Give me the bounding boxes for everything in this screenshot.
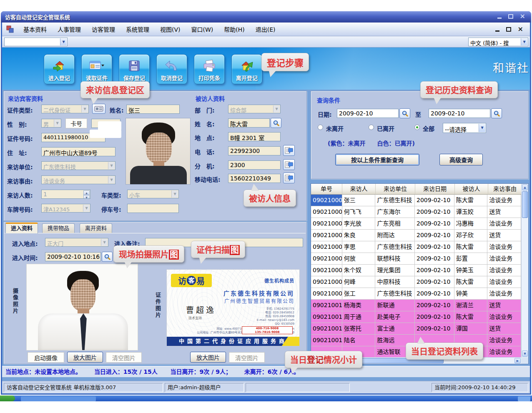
toolbar-button-3[interactable]: 取消登记: [156, 54, 187, 84]
start-button[interactable]: [0, 395, 15, 401]
table-row[interactable]: 090210006何放联想科技2009-02-10彭置洽谈业务: [311, 253, 521, 265]
date-from-picker-button[interactable]: [399, 108, 410, 118]
search-person-button[interactable]: [271, 118, 281, 128]
zoom-id-button[interactable]: 放大图片: [190, 352, 226, 363]
tab-carried-items[interactable]: 携带物品: [42, 223, 75, 233]
column-header[interactable]: 来访人: [342, 184, 376, 195]
table-row[interactable]: 090210008何峰中原科技2009-02-10陈大雷洽谈业务: [311, 276, 521, 288]
phone-field[interactable]: 22992300: [228, 146, 281, 155]
entry-location-combo[interactable]: 正大门 ▼: [45, 238, 108, 247]
address-field[interactable]: 广州市中山大道89号: [41, 147, 115, 156]
table-row[interactable]: 090210003李光放广东亮相2009-02-10冯惠梅洽谈业务: [311, 218, 521, 230]
card-reader-button[interactable]: [92, 104, 105, 114]
advanced-query-button[interactable]: 高级查询: [439, 154, 483, 165]
column-header[interactable]: 来访单位: [376, 184, 415, 195]
stepper-arrows[interactable]: ▲▼: [83, 190, 90, 198]
banner-text: 和谐社: [493, 59, 529, 75]
plate-combo[interactable]: 津A12345 ▼: [41, 204, 90, 213]
scroll-down-icon[interactable]: ▼: [522, 350, 528, 357]
date-from-field[interactable]: 2009-02-10: [337, 109, 399, 118]
mdi-restore-icon[interactable]: [506, 27, 511, 32]
restore-icon[interactable]: [508, 14, 513, 19]
table-row[interactable]: 090210004朱良附而达2009-02-10邓子欣送货: [311, 230, 521, 241]
table-row[interactable]: 090210005李思广东德生科技2009-02-10陈大雷洽谈业务: [311, 241, 521, 253]
gender-combo[interactable]: 男 ▼: [41, 119, 61, 128]
table-row[interactable]: 090210011周于通赴美电子2009-02-10陈大雷洽谈业务: [311, 311, 521, 323]
company-combo[interactable]: 广东德生科技 ▼: [41, 161, 115, 170]
taskbar-task-button[interactable]: [21, 396, 96, 401]
table-row[interactable]: 090210009张工广东德生科技2009-02-10钟美洽谈业务: [311, 288, 521, 300]
table-row[interactable]: 090210012张寄托富士通2009-02-10谭国送货: [311, 323, 521, 335]
column-header[interactable]: 来访日期: [415, 184, 455, 195]
requery-button[interactable]: 按以上条件重新查询: [335, 154, 419, 165]
column-header[interactable]: 被访人: [455, 184, 488, 195]
radio-not-left[interactable]: [318, 125, 323, 130]
chevron-down-icon[interactable]: ▼: [479, 124, 485, 132]
notify-phone-button[interactable]: [283, 145, 295, 156]
entry-time-field[interactable]: 2009-02-10 10:16: [45, 252, 101, 261]
menu-item-2[interactable]: 访客管理: [86, 25, 120, 33]
table-row[interactable]: 090210001张三广东德生科技2009-02-10陈大雷洽谈业务: [311, 195, 521, 206]
vehicle-type-combo[interactable]: 小车 ▼: [127, 190, 179, 198]
dept-combo[interactable]: 综合部 ▼: [228, 105, 281, 113]
date-to-picker-button[interactable]: [491, 108, 502, 118]
tab-leave-info[interactable]: 离开资料: [80, 223, 112, 233]
menu-items: 基本资料人事管理访客管理系统管理视图(V)窗口(W)帮助(H)退出(E): [18, 25, 281, 33]
toolbar-buttons: 进入登记读取证件保存登记取消登记打印凭条离开登记: [44, 54, 262, 84]
menu-item-5[interactable]: 窗口(W): [186, 25, 219, 33]
reason-filter-combo[interactable]: --请选择 ▼: [443, 123, 486, 133]
toolbar-button-5[interactable]: 离开登记: [231, 54, 262, 84]
toolbar-button-1[interactable]: 读取证件: [81, 54, 112, 84]
mdi-minimize-icon[interactable]: [495, 30, 499, 32]
scroll-up-icon[interactable]: ▲: [522, 184, 528, 190]
menu-item-7[interactable]: 退出(E): [250, 25, 281, 33]
entry-time-picker-button[interactable]: [102, 252, 113, 262]
table-row[interactable]: 090210007朱个奴理光集团2009-02-10钟美玉洽谈业务: [311, 265, 521, 276]
quick-select-combo[interactable]: ▼: [4, 38, 68, 46]
table-row[interactable]: 090210010杨海类新联通2009-02-10谢清兰送货: [311, 300, 521, 311]
clear-photo-button[interactable]: 清空图片: [106, 352, 142, 363]
menu-item-0[interactable]: 基本资料: [18, 25, 52, 33]
zoom-photo-button[interactable]: 放大图片: [67, 352, 103, 363]
vertical-scrollbar[interactable]: ▲ ▼: [521, 184, 528, 357]
column-header[interactable]: 来访事由: [488, 184, 522, 195]
notify-mobile-button[interactable]: [283, 173, 295, 183]
minimize-icon[interactable]: [497, 18, 502, 19]
close-icon[interactable]: ×: [520, 13, 525, 19]
scroll-right-icon[interactable]: ▶: [514, 358, 521, 363]
menu-item-4[interactable]: 视图(V): [155, 25, 186, 33]
chevron-down-icon[interactable]: ▼: [521, 38, 527, 45]
toolbar-button-2[interactable]: 保存登记: [119, 54, 150, 84]
table-cell: 2009-02-10: [415, 241, 454, 253]
ext-field[interactable]: 2300: [228, 160, 281, 170]
visitor-name-field[interactable]: 张三: [126, 105, 180, 114]
date-to-field[interactable]: 2009-02-10: [429, 109, 490, 118]
mdi-close-icon[interactable]: ×: [518, 26, 523, 32]
parking-field[interactable]: [127, 204, 179, 213]
notify-ext-button[interactable]: [283, 159, 295, 170]
toolbar-button-0[interactable]: 进入登记: [44, 54, 75, 84]
mobile-field[interactable]: 15602210349: [228, 174, 281, 183]
tab-entry-info[interactable]: 进入资料: [5, 223, 38, 233]
language-combo[interactable]: 中文 (简体) - 搜 ▼: [468, 38, 528, 46]
table-row[interactable]: 090210002何飞飞广东海尔2009-02-10谭玉姣送货: [311, 206, 521, 218]
id-type-combo[interactable]: 二代身份证 ▼: [41, 105, 89, 113]
reason-combo[interactable]: 洽谈业务 ▼: [41, 175, 115, 184]
menu-item-1[interactable]: 人事管理: [52, 25, 86, 33]
radio-left[interactable]: [369, 125, 374, 130]
start-camera-button[interactable]: 启动摄像: [28, 352, 64, 363]
radio-all[interactable]: [414, 125, 420, 130]
clear-id-button[interactable]: 清空图片: [229, 352, 265, 363]
location-field[interactable]: B幢 2301 室: [228, 132, 281, 141]
chevron-down-icon[interactable]: ▼: [60, 38, 67, 45]
vertical-scroll-thumb[interactable]: [522, 191, 528, 218]
title-bar[interactable]: 访客自动登记安全管理系统 ×: [1, 11, 531, 23]
menu-item-6[interactable]: 帮助(H): [218, 25, 250, 33]
date-label: 日期:: [318, 110, 332, 118]
people-count-stepper[interactable]: 1 ▲▼: [41, 190, 90, 199]
menu-item-3[interactable]: 系统管理: [120, 25, 155, 33]
toolbar-button-4[interactable]: 打印凭条: [194, 54, 225, 84]
visited-name-field[interactable]: 陈大雷: [228, 118, 270, 128]
secondary-toolbar: ▼ 中文 (简体) - 搜 ▼: [2, 36, 530, 48]
column-header[interactable]: 单号: [311, 184, 342, 195]
